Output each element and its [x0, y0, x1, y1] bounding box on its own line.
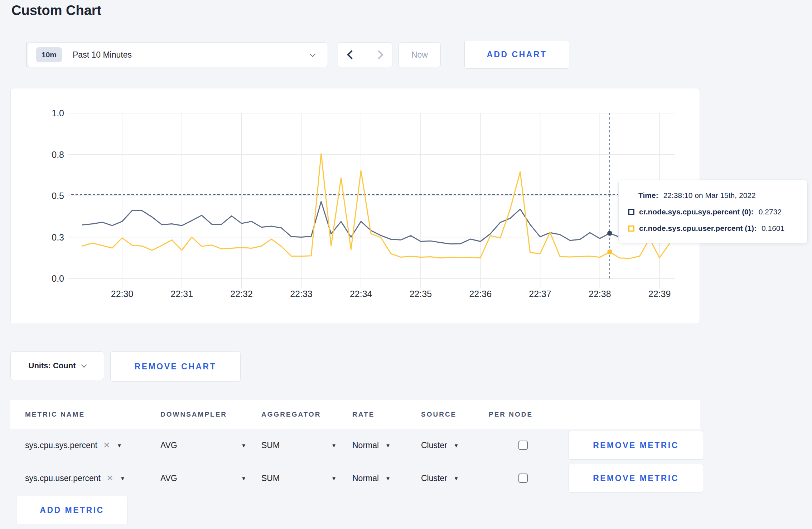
aggregator-value: SUM	[261, 474, 280, 483]
source-value: Cluster	[421, 441, 447, 450]
tooltip-time-label: Time:	[638, 191, 658, 200]
table-row: sys.cpu.user.percent ✕ ▼ AVG ▼ SUM ▼ Nor…	[10, 462, 700, 495]
chevron-right-icon	[374, 50, 383, 59]
caret-down-icon: ▼	[454, 475, 459, 481]
tooltip-series-label: cr.node.sys.cpu.sys.percent (0):	[639, 208, 754, 216]
caret-down-icon: ▼	[241, 475, 246, 481]
tooltip-series-value: 0.1601	[762, 224, 784, 233]
time-range-dropdown[interactable]: 10m Past 10 Minutes	[28, 42, 328, 67]
caret-down-icon: ▼	[241, 442, 246, 448]
remove-chart-button[interactable]: REMOVE CHART	[110, 351, 241, 382]
tooltip-series-label: cr.node.sys.cpu.user.percent (1):	[639, 224, 757, 233]
units-dropdown[interactable]: Units: Count	[10, 351, 104, 380]
next-time-button[interactable]	[365, 43, 392, 67]
source-value: Cluster	[421, 474, 447, 483]
rate-dropdown[interactable]: Normal ▼	[352, 429, 391, 462]
table-row: sys.cpu.sys.percent ✕ ▼ AVG ▼ SUM ▼ Norm…	[10, 429, 700, 462]
time-nav	[338, 42, 392, 67]
chevron-down-icon	[310, 51, 316, 57]
caret-down-icon: ▼	[385, 475, 391, 481]
metrics-table-header: METRIC NAME DOWNSAMPLER AGGREGATOR RATE …	[10, 400, 700, 429]
per-node-checkbox[interactable]	[518, 441, 528, 450]
caret-down-icon: ▼	[454, 442, 459, 448]
col-header-rate: RATE	[352, 411, 374, 418]
now-button[interactable]: Now	[398, 42, 441, 67]
col-header-source: SOURCE	[421, 411, 456, 418]
clear-metric-icon[interactable]: ✕	[103, 440, 110, 450]
source-dropdown[interactable]: Cluster ▼	[421, 429, 459, 462]
clear-metric-icon[interactable]: ✕	[106, 473, 113, 483]
chevron-down-icon	[81, 362, 87, 368]
tooltip-time-value: 22:38:10 on Mar 15th, 2022	[663, 191, 756, 200]
chevron-left-icon	[347, 50, 356, 59]
svg-text:22:33: 22:33	[290, 289, 313, 299]
series-swatch-icon	[628, 225, 634, 232]
add-metric-button[interactable]: ADD METRIC	[16, 496, 128, 524]
remove-metric-button[interactable]: REMOVE METRIC	[569, 464, 703, 492]
per-node-cell	[518, 462, 528, 495]
page-title: Custom Chart	[11, 3, 101, 18]
svg-text:0.5: 0.5	[52, 191, 64, 201]
svg-text:22:31: 22:31	[171, 289, 193, 299]
toolbar-divider	[26, 42, 27, 67]
col-header-downsampler: DOWNSAMPLER	[160, 411, 227, 418]
source-dropdown[interactable]: Cluster ▼	[421, 462, 459, 495]
svg-text:22:39: 22:39	[648, 289, 671, 299]
svg-text:22:30: 22:30	[111, 289, 134, 299]
tooltip-series-row: cr.node.sys.cpu.user.percent (1): 0.1601	[628, 220, 807, 237]
svg-text:22:32: 22:32	[230, 289, 253, 299]
time-range-badge: 10m	[36, 47, 62, 62]
series-swatch-icon	[628, 209, 634, 215]
remove-metric-button[interactable]: REMOVE METRIC	[569, 431, 703, 460]
rate-dropdown[interactable]: Normal ▼	[352, 462, 391, 495]
caret-down-icon: ▼	[120, 475, 125, 481]
svg-text:22:36: 22:36	[469, 289, 492, 299]
tooltip-series-row: cr.node.sys.cpu.sys.percent (0): 0.2732	[628, 204, 807, 220]
svg-text:0.3: 0.3	[52, 232, 64, 242]
toolbar: 10m Past 10 Minutes Now ADD CHART	[0, 42, 812, 67]
metric-name-dropdown[interactable]: sys.cpu.user.percent ✕ ▼	[25, 462, 147, 495]
chart-tooltip: Time: 22:38:10 on Mar 15th, 2022 cr.node…	[618, 180, 808, 243]
svg-text:1.0: 1.0	[52, 108, 64, 118]
svg-text:22:38: 22:38	[589, 289, 611, 299]
time-range-label: Past 10 Minutes	[73, 50, 132, 60]
metric-name-value: sys.cpu.sys.percent	[25, 441, 97, 450]
tooltip-series-value: 0.2732	[759, 208, 782, 216]
aggregator-dropdown[interactable]: SUM ▼	[261, 462, 337, 495]
per-node-cell	[518, 429, 528, 462]
col-header-aggregator: AGGREGATOR	[261, 411, 321, 418]
downsampler-dropdown[interactable]: AVG ▼	[160, 429, 246, 462]
per-node-checkbox[interactable]	[518, 474, 528, 483]
caret-down-icon: ▼	[385, 442, 391, 448]
metric-name-dropdown[interactable]: sys.cpu.sys.percent ✕ ▼	[25, 429, 147, 462]
col-header-metric-name: METRIC NAME	[25, 411, 85, 418]
svg-text:0.8: 0.8	[52, 150, 64, 160]
caret-down-icon: ▼	[331, 475, 337, 481]
svg-text:22:35: 22:35	[410, 289, 432, 299]
caret-down-icon: ▼	[117, 442, 122, 448]
downsampler-value: AVG	[160, 474, 177, 483]
units-label: Units: Count	[29, 361, 76, 370]
col-header-per-node: PER NODE	[489, 411, 533, 418]
svg-text:0.0: 0.0	[52, 273, 64, 283]
downsampler-value: AVG	[160, 441, 177, 450]
rate-value: Normal	[352, 474, 379, 483]
tooltip-time-row: Time: 22:38:10 on Mar 15th, 2022	[628, 187, 807, 204]
downsampler-dropdown[interactable]: AVG ▼	[160, 462, 246, 495]
add-chart-button[interactable]: ADD CHART	[464, 40, 569, 69]
aggregator-value: SUM	[261, 441, 280, 450]
chart-plot[interactable]: 0.00.30.50.81.022:3022:3122:3222:3322:34…	[11, 88, 699, 323]
metric-name-value: sys.cpu.user.percent	[25, 474, 101, 483]
chart-panel: 0.00.30.50.81.022:3022:3122:3222:3322:34…	[10, 88, 700, 324]
rate-value: Normal	[352, 441, 379, 450]
caret-down-icon: ▼	[331, 442, 337, 448]
svg-text:22:34: 22:34	[350, 289, 372, 299]
aggregator-dropdown[interactable]: SUM ▼	[261, 429, 337, 462]
svg-text:22:37: 22:37	[529, 289, 551, 299]
prev-time-button[interactable]	[338, 43, 365, 67]
